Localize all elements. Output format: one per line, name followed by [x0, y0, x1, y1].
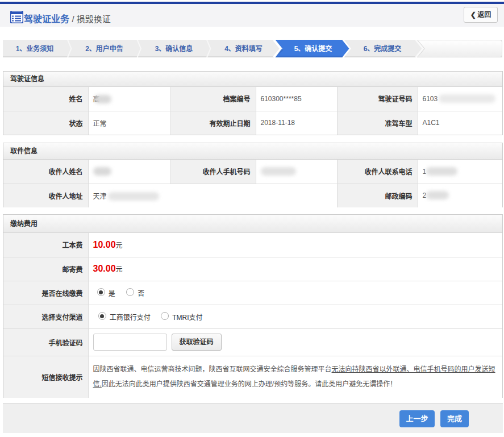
svg-text:5、确认提交: 5、确认提交 — [294, 44, 332, 53]
svg-text:2、用户申告: 2、用户申告 — [85, 44, 123, 53]
svg-text:6、完成提交: 6、完成提交 — [364, 44, 402, 53]
svg-text:1、业务须知: 1、业务须知 — [16, 44, 54, 53]
svg-text:4、资料填写: 4、资料填写 — [224, 44, 263, 53]
svg-text:3、确认信息: 3、确认信息 — [155, 44, 193, 53]
